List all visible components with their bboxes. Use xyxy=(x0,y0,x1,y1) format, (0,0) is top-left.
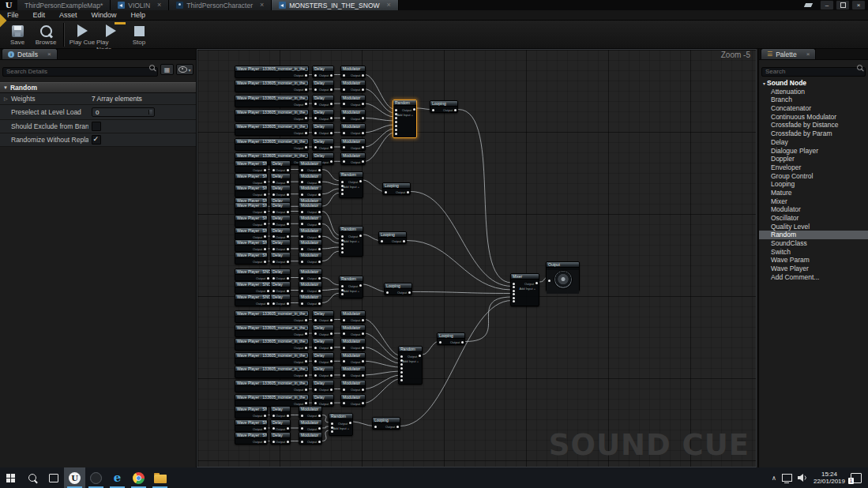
input-pin[interactable] xyxy=(272,193,275,196)
menu-asset[interactable]: Asset xyxy=(52,10,85,20)
palette-item-oscillator[interactable]: Oscillator xyxy=(759,214,868,223)
input-pin[interactable] xyxy=(343,146,345,148)
input-pin[interactable] xyxy=(301,441,303,443)
output-pin[interactable] xyxy=(318,211,321,213)
delay-node[interactable]: DelayOutput xyxy=(312,66,334,78)
output-pin[interactable] xyxy=(264,441,266,443)
input-pin[interactable] xyxy=(343,374,345,377)
output-pin[interactable] xyxy=(454,109,457,111)
input-pin[interactable] xyxy=(272,223,275,225)
windows-start-button[interactable] xyxy=(0,467,21,488)
output-pin[interactable] xyxy=(264,261,266,263)
modulator-node[interactable]: ModulatorOutput xyxy=(340,394,366,407)
mixer-node[interactable]: MixerOutputAdd Input + xyxy=(510,273,539,306)
save-button[interactable]: Save xyxy=(3,22,32,46)
wave-player-node[interactable]: Wave Player : 133605_monster_in_the_snow… xyxy=(235,325,309,337)
delay-node[interactable]: DelayOutput xyxy=(270,160,291,173)
input-pin[interactable] xyxy=(314,389,317,391)
modulator-node[interactable]: ModulatorOutput xyxy=(299,268,322,281)
input-pin[interactable] xyxy=(343,132,345,134)
palette-item-delay[interactable]: Delay xyxy=(759,138,868,147)
output-pin[interactable] xyxy=(362,389,364,391)
input-pin[interactable] xyxy=(343,402,345,404)
view-options-button[interactable]: ▾ xyxy=(176,64,194,75)
input-pin[interactable] xyxy=(513,293,515,295)
output-pin[interactable] xyxy=(396,426,399,428)
property-row-randomize[interactable]: Randomize Without Repla xyxy=(0,133,196,147)
input-pin[interactable] xyxy=(341,251,344,253)
delay-node[interactable]: DelayOutput xyxy=(270,202,291,215)
modulator-node[interactable]: ModulatorOutput xyxy=(299,185,322,197)
input-pin[interactable] xyxy=(343,74,345,77)
output-pin[interactable] xyxy=(305,332,307,335)
output-pin[interactable] xyxy=(305,402,307,404)
output-pin[interactable] xyxy=(264,211,266,213)
input-pin[interactable] xyxy=(343,160,345,163)
wave-player-node[interactable]: Wave Player : 133605_monster_in_the_snow… xyxy=(235,66,309,78)
add-input-label[interactable]: Add Input + xyxy=(519,287,535,291)
add-input-label[interactable]: Add Input + xyxy=(343,289,359,293)
palette-item-mature[interactable]: Mature xyxy=(759,189,868,197)
wave-player-node[interactable]: Wave Player : SNOW_01Output xyxy=(235,252,268,265)
output-pin[interactable] xyxy=(535,282,538,284)
palette-item-wave-player[interactable]: Wave Player xyxy=(759,265,868,273)
tab-palette[interactable]: ☰ Palette × xyxy=(761,48,816,59)
input-pin[interactable] xyxy=(301,302,303,305)
taskbar-file-explorer[interactable] xyxy=(149,467,171,488)
input-pin[interactable] xyxy=(314,347,317,349)
network-icon[interactable] xyxy=(782,474,792,482)
output-pin[interactable] xyxy=(305,132,307,134)
output-pin[interactable] xyxy=(359,180,362,182)
output-pin[interactable] xyxy=(362,374,364,377)
delay-node[interactable]: DelayOutput xyxy=(270,227,291,240)
output-pin[interactable] xyxy=(330,389,333,391)
input-pin[interactable] xyxy=(331,422,333,425)
delay-node[interactable]: DelayOutput xyxy=(312,366,334,378)
delay-node[interactable]: DelayOutput xyxy=(270,294,291,306)
delay-node[interactable]: DelayOutput xyxy=(312,338,334,351)
output-pin[interactable] xyxy=(287,235,289,238)
output-pin[interactable] xyxy=(287,248,289,250)
notifications-icon[interactable]: 1 xyxy=(851,473,862,483)
input-pin[interactable] xyxy=(272,181,275,183)
minimize-button[interactable]: – xyxy=(820,0,834,10)
output-pin[interactable] xyxy=(264,248,266,250)
input-pin[interactable] xyxy=(301,223,303,225)
details-search-input[interactable] xyxy=(2,67,158,77)
palette-item-add-comment-[interactable]: Add Comment... xyxy=(759,273,868,282)
wave-player-node[interactable]: Wave Player : SNOW_01Output xyxy=(235,419,268,432)
modulator-node[interactable]: ModulatorOutput xyxy=(340,352,366,365)
preselect-spinbox[interactable]: 0 xyxy=(92,107,155,117)
palette-item-concatenator[interactable]: Concatenator xyxy=(759,104,868,113)
palette-item-looping[interactable]: Looping xyxy=(759,180,868,189)
output-pin[interactable] xyxy=(287,261,289,263)
details-category-header[interactable]: ▼ Random xyxy=(0,82,196,93)
input-pin[interactable] xyxy=(439,341,442,343)
modulator-node[interactable]: ModulatorOutput xyxy=(340,380,366,392)
input-pin[interactable] xyxy=(513,286,515,288)
modulator-node[interactable]: ModulatorOutput xyxy=(299,294,322,306)
menu-help[interactable]: Help xyxy=(124,10,153,20)
output-pin[interactable] xyxy=(318,181,321,183)
output-pin[interactable] xyxy=(362,88,364,91)
delay-node[interactable]: DelayOutput xyxy=(312,80,334,92)
input-pin[interactable] xyxy=(400,367,403,370)
output-pin[interactable] xyxy=(318,441,321,443)
output-pin[interactable] xyxy=(287,193,289,196)
input-pin[interactable] xyxy=(301,211,303,213)
output-pin[interactable] xyxy=(318,290,321,292)
output-pin[interactable] xyxy=(264,427,266,430)
input-pin[interactable] xyxy=(395,125,397,127)
output-pin[interactable] xyxy=(318,277,321,280)
input-pin[interactable] xyxy=(400,379,403,381)
input-pin[interactable] xyxy=(301,415,303,417)
input-pin[interactable] xyxy=(548,280,550,282)
modulator-node[interactable]: ModulatorOutput xyxy=(299,432,322,445)
input-pin[interactable] xyxy=(400,371,403,374)
output-pin[interactable] xyxy=(359,235,362,237)
output-pin[interactable] xyxy=(330,132,333,134)
add-input-label[interactable]: Add Input + xyxy=(343,239,359,243)
input-pin[interactable] xyxy=(343,389,345,391)
output-pin[interactable] xyxy=(330,103,333,105)
add-input-label[interactable]: Add Input + xyxy=(333,426,349,430)
